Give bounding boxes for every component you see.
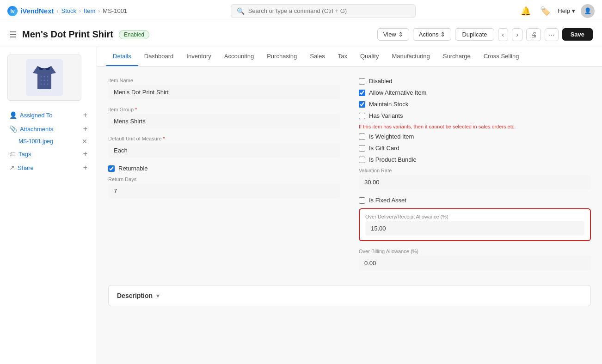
is-weighted-label: Is Weighted Item xyxy=(369,133,414,140)
svg-point-6 xyxy=(47,80,49,81)
svg-point-8 xyxy=(44,84,45,85)
help-button[interactable]: Help ▾ xyxy=(558,7,575,14)
tab-quality[interactable]: Quality xyxy=(354,47,385,66)
is-fixed-asset-checkbox[interactable] xyxy=(359,197,365,204)
is-bundle-checkbox[interactable] xyxy=(359,157,365,163)
actions-button[interactable]: Actions ⇕ xyxy=(413,28,452,41)
page-header-left: ☰ Men's Dot Print Shirt Enabled xyxy=(9,29,149,40)
svg-point-5 xyxy=(44,80,45,81)
breadcrumb-sep-3: › xyxy=(98,8,100,14)
default-uom-input[interactable] xyxy=(108,143,340,158)
sidebar-item-attachments[interactable]: 📎 Attachments + xyxy=(7,122,89,136)
is-gift-row[interactable]: Is Gift Card xyxy=(359,145,591,152)
allow-alt-row[interactable]: Allow Alternative Item xyxy=(359,89,591,96)
maintain-stock-checkbox[interactable] xyxy=(359,101,365,108)
prev-button[interactable]: ‹ xyxy=(498,28,509,41)
form-left-col: Item Name Item Group * Default Unit of M… xyxy=(108,78,340,278)
page-header: ☰ Men's Dot Print Shirt Enabled View ⇕ A… xyxy=(0,22,602,47)
tab-manufacturing[interactable]: Manufacturing xyxy=(385,47,436,66)
page-title: Men's Dot Print Shirt xyxy=(22,29,113,40)
tab-dashboard[interactable]: Dashboard xyxy=(138,47,180,66)
over-billing-input[interactable] xyxy=(359,256,591,270)
tab-sales[interactable]: Sales xyxy=(303,47,332,66)
svg-point-7 xyxy=(41,84,42,85)
allow-alt-label: Allow Alternative Item xyxy=(369,89,426,96)
attachments-add-icon[interactable]: + xyxy=(83,125,87,133)
item-group-required: * xyxy=(135,107,137,112)
return-days-field: Return Days xyxy=(108,176,340,198)
search-bar[interactable]: 🔍 xyxy=(231,4,416,18)
sidebar-item-tags[interactable]: 🏷 Tags + xyxy=(7,147,89,161)
disabled-row[interactable]: Disabled xyxy=(359,78,591,85)
breadcrumb-sep-2: › xyxy=(79,8,81,14)
has-variants-hint: If this item has variants, then it canno… xyxy=(359,124,591,129)
maintain-stock-row[interactable]: Maintain Stock xyxy=(359,101,591,108)
attachment-close-icon[interactable]: ✕ xyxy=(82,138,87,145)
returnable-checkbox[interactable] xyxy=(108,165,115,172)
disabled-checkbox[interactable] xyxy=(359,78,365,85)
item-name-input[interactable] xyxy=(108,85,340,99)
duplicate-button[interactable]: Duplicate xyxy=(455,28,494,41)
tab-surcharge[interactable]: Surcharge xyxy=(436,47,477,66)
over-billing-field: Over Billing Allowance (%) xyxy=(359,249,591,270)
assigned-to-icon: 👤 xyxy=(9,111,17,119)
return-days-input[interactable] xyxy=(108,184,340,198)
sidebar-item-share-left: ↗ Share xyxy=(9,164,34,171)
return-days-label: Return Days xyxy=(108,176,340,182)
valuation-rate-input[interactable] xyxy=(359,175,591,189)
save-button[interactable]: Save xyxy=(562,28,593,41)
description-section: Description ▾ xyxy=(108,285,591,306)
item-group-input[interactable] xyxy=(108,114,340,128)
hamburger-button[interactable]: ☰ xyxy=(9,30,17,40)
svg-point-4 xyxy=(41,80,42,81)
attachment-filename[interactable]: MS-1001.jpeg xyxy=(18,138,53,145)
tab-details[interactable]: Details xyxy=(106,47,138,66)
avatar[interactable]: 👤 xyxy=(581,4,595,18)
print-button[interactable]: 🖨 xyxy=(526,28,541,41)
attachments-icon: 📎 xyxy=(9,125,17,133)
valuation-rate-label: Valuation Rate xyxy=(359,168,591,173)
returnable-row[interactable]: Returnable xyxy=(108,165,340,172)
tags-add-icon[interactable]: + xyxy=(83,150,87,158)
is-weighted-checkbox[interactable] xyxy=(359,133,365,140)
description-header[interactable]: Description ▾ xyxy=(117,292,582,299)
tab-purchasing[interactable]: Purchasing xyxy=(260,47,303,66)
notifications-button[interactable]: 🔔 xyxy=(519,4,533,18)
has-variants-checkbox[interactable] xyxy=(359,113,365,119)
next-button[interactable]: › xyxy=(512,28,522,41)
view-button[interactable]: View ⇕ xyxy=(377,28,409,41)
more-button[interactable]: ··· xyxy=(545,28,559,41)
share-add-icon[interactable]: + xyxy=(83,164,87,172)
default-uom-field: Default Unit of Measure * xyxy=(108,136,340,158)
is-weighted-row[interactable]: Is Weighted Item xyxy=(359,133,591,140)
brand-logo[interactable]: iv iVendNext xyxy=(7,6,54,16)
over-delivery-input[interactable] xyxy=(365,221,584,236)
sidebar-item-share[interactable]: ↗ Share + xyxy=(7,161,89,175)
sidebar-item-assigned-to[interactable]: 👤 Assigned To + xyxy=(7,108,89,122)
help-label: Help xyxy=(558,7,570,14)
breadcrumb-item[interactable]: Item xyxy=(84,7,95,14)
item-group-label: Item Group * xyxy=(108,107,340,112)
default-uom-required: * xyxy=(163,136,165,141)
is-gift-checkbox[interactable] xyxy=(359,145,365,152)
bookmarks-button[interactable]: 🏷️ xyxy=(538,4,552,18)
breadcrumb-stock[interactable]: Stock xyxy=(61,7,77,14)
is-bundle-label: Is Product Bundle xyxy=(369,156,417,163)
brand-icon: iv xyxy=(7,6,18,16)
assigned-to-label: Assigned To xyxy=(20,112,53,119)
is-fixed-asset-row[interactable]: Is Fixed Asset xyxy=(359,197,591,204)
product-image-icon xyxy=(26,59,63,96)
tab-tax[interactable]: Tax xyxy=(332,47,354,66)
allow-alt-checkbox[interactable] xyxy=(359,90,365,96)
item-group-field: Item Group * xyxy=(108,107,340,128)
is-bundle-row[interactable]: Is Product Bundle xyxy=(359,156,591,163)
search-input[interactable] xyxy=(248,7,410,14)
share-label: Share xyxy=(18,164,34,171)
tab-cross-selling[interactable]: Cross Selling xyxy=(477,47,526,66)
tab-accounting[interactable]: Accounting xyxy=(218,47,260,66)
returnable-label: Returnable xyxy=(118,165,148,172)
page-header-right: View ⇕ Actions ⇕ Duplicate ‹ › 🖨 ··· Sav… xyxy=(377,28,593,41)
tab-inventory[interactable]: Inventory xyxy=(180,47,217,66)
has-variants-row[interactable]: Has Variants xyxy=(359,112,591,119)
assigned-to-add-icon[interactable]: + xyxy=(83,111,87,119)
